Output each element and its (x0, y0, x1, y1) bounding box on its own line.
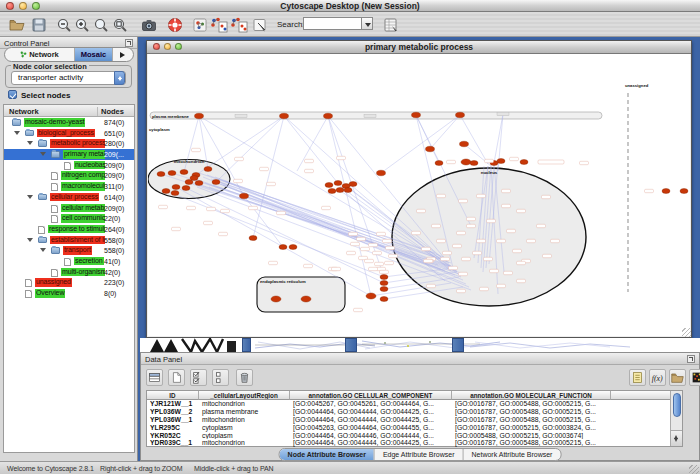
zoom-in-icon[interactable] (74, 17, 90, 33)
browser-tab[interactable]: Network Attribute Browser (463, 449, 560, 460)
vizmapper-icon[interactable] (192, 17, 208, 33)
table-row[interactable]: YKR052Ccytoplasm[GO:0044464, GO:0044446,… (147, 432, 671, 440)
node-color-dropdown[interactable]: transporter activity (11, 71, 126, 85)
tree-row[interactable]: mosaic-demo-yeast874(0) (4, 117, 134, 128)
tree-row[interactable]: secretion41(0) (4, 256, 134, 267)
expander-icon[interactable] (27, 238, 33, 245)
tree-label[interactable]: unassigned (35, 278, 72, 287)
table-vertical-scrollbar[interactable] (670, 391, 682, 446)
tree-label[interactable]: cellular metabol (61, 204, 105, 213)
tree-label[interactable]: nucleobase- (74, 161, 105, 170)
tree-row[interactable]: cellular process614(0) (4, 192, 134, 203)
tree-row[interactable]: Overview8(0) (4, 288, 134, 299)
tree-label[interactable]: cellular process (50, 193, 99, 202)
zoom-fit-icon[interactable] (93, 17, 109, 33)
minimize-button[interactable] (19, 2, 27, 10)
minimized-window-edge[interactable] (452, 338, 464, 352)
tree-label[interactable]: multi-organism pro (61, 268, 105, 277)
net-minimize-button[interactable] (164, 43, 171, 50)
tree-row[interactable]: primary metabo209(... (4, 149, 134, 160)
attribute-notes-icon[interactable] (629, 369, 646, 386)
attribute-table[interactable]: ID_cellularLayoutRegionannotation.GO CEL… (146, 390, 683, 447)
resize-grip-icon[interactable] (689, 465, 699, 474)
column-header[interactable] (611, 391, 671, 400)
tree-row[interactable]: response to stimulu264(0) (4, 224, 134, 235)
browser-tab[interactable]: Node Attribute Browser (280, 449, 375, 460)
column-header[interactable]: ID (147, 391, 199, 400)
select-all-attributes-icon[interactable] (190, 369, 207, 386)
expander-icon[interactable] (40, 248, 46, 255)
net-zoom-button[interactable] (175, 43, 182, 50)
table-row[interactable]: YPL036W__1mitochondrion[GO:0044464, GO:0… (147, 416, 671, 424)
tab-network[interactable]: Network (5, 48, 75, 61)
expander-icon[interactable] (14, 131, 20, 138)
tree-label[interactable]: response to stimulu (48, 225, 105, 234)
table-row[interactable]: YDR039C__1mitochondrion[GO:0044464, GO:0… (147, 439, 671, 447)
tree-row[interactable]: biological_process651(0) (4, 128, 134, 139)
zoom-selected-icon[interactable] (112, 17, 128, 33)
delete-attribute-icon[interactable] (236, 369, 253, 386)
tree-label[interactable]: establishment of lo (50, 236, 105, 245)
select-nodes-checkbox[interactable] (8, 90, 17, 99)
tree-label[interactable]: cell communicat (61, 214, 105, 223)
tree-label[interactable]: secretion (74, 257, 104, 266)
create-network-view-icon[interactable] (210, 17, 228, 33)
annotation-icon[interactable] (252, 17, 268, 33)
column-header[interactable]: _cellularLayoutRegion (199, 391, 290, 400)
tab-mosaic[interactable]: Mosaic (75, 48, 113, 61)
tree-label[interactable]: nitrogen compo (61, 171, 105, 180)
expander-icon[interactable] (40, 152, 46, 159)
network-window-titlebar[interactable]: primary metabolic process (147, 41, 691, 54)
window-resize-grip[interactable] (682, 328, 691, 337)
tree-label[interactable]: transport (63, 246, 92, 255)
select-attributes-icon[interactable] (146, 369, 163, 386)
tree-row[interactable]: multi-organism pro42(0) (4, 267, 134, 278)
tree-label[interactable]: mosaic-demo-yeast (24, 118, 85, 127)
open-session-icon[interactable] (9, 17, 25, 33)
tree-row[interactable]: transport558(0) (4, 245, 134, 256)
tree-label[interactable]: biological_process (37, 129, 95, 138)
tree-row[interactable]: metabolic process280(0) (4, 138, 134, 149)
zoom-button[interactable] (32, 2, 40, 10)
function-builder-icon[interactable]: f(x) (649, 369, 666, 386)
minimized-window-edge[interactable] (242, 338, 251, 352)
tree-row[interactable]: macromolecule311(0) (4, 181, 134, 192)
expander-icon[interactable] (27, 141, 33, 148)
column-header[interactable]: annotation.GO CELLULAR_COMPONENT (290, 391, 452, 400)
import-attributes-icon[interactable] (383, 17, 399, 33)
tree-row[interactable]: unassigned223(0) (4, 277, 134, 288)
close-button[interactable] (6, 2, 14, 10)
create-attribute-icon[interactable] (168, 369, 185, 386)
tree-row[interactable]: cell communicat22(0) (4, 213, 134, 224)
help-lifebuoy-icon[interactable] (167, 17, 183, 33)
tree-label[interactable]: Overview (35, 289, 65, 298)
minimized-window-edge[interactable] (345, 338, 357, 352)
snapshot-camera-icon[interactable] (141, 17, 157, 33)
network-view-window[interactable]: primary metabolic process plasma membran… (146, 40, 692, 338)
tree-label[interactable]: metabolic process (50, 139, 105, 148)
column-header[interactable]: annotation.GO MOLECULAR_FUNCTION (452, 391, 611, 400)
float-data-panel-icon[interactable] (687, 355, 695, 363)
scrollbar-thumb[interactable] (673, 393, 681, 417)
destroy-network-view-icon[interactable] (230, 17, 248, 33)
save-session-icon[interactable] (31, 17, 47, 33)
tab-overflow-arrow[interactable] (113, 48, 133, 61)
float-panel-icon[interactable] (125, 39, 133, 47)
matrix-icon[interactable] (689, 369, 700, 386)
tree-row[interactable]: cellular metabol209(0) (4, 203, 134, 214)
zoom-out-icon[interactable] (56, 17, 72, 33)
expander-icon[interactable] (27, 195, 33, 202)
tree-label[interactable]: macromolecule (61, 182, 105, 191)
table-row[interactable]: YLR295Ccytoplasm[GO:0045263, GO:0044464,… (147, 424, 671, 432)
search-dropdown-button[interactable] (361, 17, 373, 30)
import-folder-icon[interactable] (669, 369, 686, 386)
network-canvas[interactable]: plasma membranecytoplasmmitochondrionnuc… (148, 54, 690, 336)
tree-row[interactable]: nucleobase-209(0) (4, 160, 134, 171)
tree-row[interactable]: establishment of lo558(0) (4, 235, 134, 246)
tree-label[interactable]: primary metabo (63, 150, 105, 159)
browser-tab[interactable]: Edge Attribute Browser (375, 449, 464, 460)
scrollbar-buttons[interactable] (671, 430, 682, 446)
net-close-button[interactable] (153, 43, 160, 50)
search-input[interactable] (303, 17, 361, 30)
table-row[interactable]: YPL036W__2plasma membrane[GO:0044464, GO… (147, 408, 671, 416)
